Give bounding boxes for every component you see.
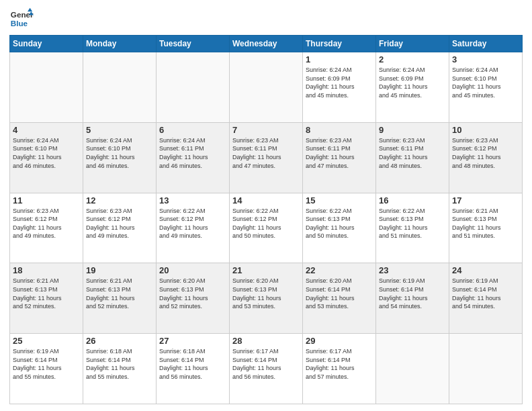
week-row-5: 25Sunrise: 6:19 AM Sunset: 6:14 PM Dayli… — [10, 334, 523, 404]
calendar-cell: 28Sunrise: 6:17 AM Sunset: 6:14 PM Dayli… — [230, 334, 303, 404]
day-info: Sunrise: 6:24 AM Sunset: 6:10 PM Dayligh… — [13, 136, 80, 170]
day-info: Sunrise: 6:21 AM Sunset: 6:13 PM Dayligh… — [452, 207, 519, 240]
day-number: 2 — [379, 54, 446, 64]
day-number: 8 — [306, 125, 373, 135]
day-number: 10 — [452, 125, 519, 135]
page: General Blue SundayMondayTuesdayWednesda… — [0, 0, 532, 411]
day-info: Sunrise: 6:22 AM Sunset: 6:13 PM Dayligh… — [379, 207, 446, 240]
day-info: Sunrise: 6:17 AM Sunset: 6:14 PM Dayligh… — [232, 347, 300, 381]
calendar-cell: 3Sunrise: 6:24 AM Sunset: 6:10 PM Daylig… — [449, 52, 523, 123]
day-number: 19 — [86, 265, 153, 275]
day-number: 6 — [159, 125, 226, 135]
day-number: 20 — [159, 265, 226, 275]
day-number: 18 — [13, 265, 80, 275]
day-number: 11 — [13, 195, 80, 205]
calendar-cell: 24Sunrise: 6:19 AM Sunset: 6:14 PM Dayli… — [449, 263, 523, 334]
calendar-cell: 15Sunrise: 6:22 AM Sunset: 6:13 PM Dayli… — [303, 193, 376, 263]
calendar-cell: 8Sunrise: 6:23 AM Sunset: 6:11 PM Daylig… — [303, 122, 376, 193]
calendar-cell: 1Sunrise: 6:24 AM Sunset: 6:09 PM Daylig… — [303, 52, 376, 123]
weekday-wednesday: Wednesday — [230, 36, 303, 52]
logo-icon: General Blue — [9, 7, 34, 31]
day-number: 24 — [452, 265, 519, 275]
day-info: Sunrise: 6:18 AM Sunset: 6:14 PM Dayligh… — [159, 347, 226, 381]
calendar-cell: 2Sunrise: 6:24 AM Sunset: 6:09 PM Daylig… — [376, 52, 449, 123]
day-info: Sunrise: 6:23 AM Sunset: 6:12 PM Dayligh… — [86, 207, 153, 240]
day-number: 29 — [306, 336, 373, 346]
calendar-cell: 5Sunrise: 6:24 AM Sunset: 6:10 PM Daylig… — [83, 122, 157, 193]
day-info: Sunrise: 6:24 AM Sunset: 6:10 PM Dayligh… — [452, 66, 519, 99]
day-info: Sunrise: 6:19 AM Sunset: 6:14 PM Dayligh… — [379, 277, 446, 310]
calendar-cell — [83, 52, 157, 123]
weekday-friday: Friday — [376, 36, 449, 52]
day-info: Sunrise: 6:23 AM Sunset: 6:11 PM Dayligh… — [306, 136, 373, 170]
week-row-2: 4Sunrise: 6:24 AM Sunset: 6:10 PM Daylig… — [10, 122, 523, 193]
calendar-table: SundayMondayTuesdayWednesdayThursdayFrid… — [9, 35, 523, 404]
day-number: 4 — [13, 125, 80, 135]
calendar-cell — [230, 52, 303, 123]
day-number: 14 — [232, 195, 300, 205]
calendar-cell: 10Sunrise: 6:23 AM Sunset: 6:12 PM Dayli… — [449, 122, 523, 193]
day-number: 9 — [379, 125, 446, 135]
calendar-cell: 7Sunrise: 6:23 AM Sunset: 6:11 PM Daylig… — [230, 122, 303, 193]
calendar-cell: 13Sunrise: 6:22 AM Sunset: 6:12 PM Dayli… — [157, 193, 230, 263]
week-row-4: 18Sunrise: 6:21 AM Sunset: 6:13 PM Dayli… — [10, 263, 523, 334]
day-info: Sunrise: 6:18 AM Sunset: 6:14 PM Dayligh… — [86, 347, 153, 381]
weekday-header-row: SundayMondayTuesdayWednesdayThursdayFrid… — [10, 36, 523, 52]
day-number: 23 — [379, 265, 446, 275]
day-number: 13 — [159, 195, 226, 205]
calendar-cell: 12Sunrise: 6:23 AM Sunset: 6:12 PM Dayli… — [83, 193, 157, 263]
day-number: 3 — [452, 54, 519, 64]
day-number: 17 — [452, 195, 519, 205]
calendar-cell: 27Sunrise: 6:18 AM Sunset: 6:14 PM Dayli… — [157, 334, 230, 404]
day-info: Sunrise: 6:20 AM Sunset: 6:13 PM Dayligh… — [232, 277, 300, 310]
day-number: 12 — [86, 195, 153, 205]
day-number: 21 — [232, 265, 300, 275]
weekday-sunday: Sunday — [10, 36, 83, 52]
day-info: Sunrise: 6:24 AM Sunset: 6:09 PM Dayligh… — [306, 66, 373, 99]
calendar-cell: 16Sunrise: 6:22 AM Sunset: 6:13 PM Dayli… — [376, 193, 449, 263]
day-info: Sunrise: 6:24 AM Sunset: 6:10 PM Dayligh… — [86, 136, 153, 170]
calendar-cell — [157, 52, 230, 123]
calendar-cell: 22Sunrise: 6:20 AM Sunset: 6:14 PM Dayli… — [303, 263, 376, 334]
week-row-3: 11Sunrise: 6:23 AM Sunset: 6:12 PM Dayli… — [10, 193, 523, 263]
svg-text:Blue: Blue — [11, 19, 28, 28]
day-info: Sunrise: 6:23 AM Sunset: 6:12 PM Dayligh… — [452, 136, 519, 170]
calendar-cell: 20Sunrise: 6:20 AM Sunset: 6:13 PM Dayli… — [157, 263, 230, 334]
day-info: Sunrise: 6:20 AM Sunset: 6:14 PM Dayligh… — [306, 277, 373, 310]
calendar-cell: 21Sunrise: 6:20 AM Sunset: 6:13 PM Dayli… — [230, 263, 303, 334]
calendar-cell: 14Sunrise: 6:22 AM Sunset: 6:12 PM Dayli… — [230, 193, 303, 263]
day-info: Sunrise: 6:23 AM Sunset: 6:11 PM Dayligh… — [232, 136, 300, 170]
day-number: 5 — [86, 125, 153, 135]
day-info: Sunrise: 6:21 AM Sunset: 6:13 PM Dayligh… — [13, 277, 80, 310]
day-info: Sunrise: 6:22 AM Sunset: 6:12 PM Dayligh… — [232, 207, 300, 240]
calendar-cell: 26Sunrise: 6:18 AM Sunset: 6:14 PM Dayli… — [83, 334, 157, 404]
day-number: 22 — [306, 265, 373, 275]
calendar-cell — [449, 334, 523, 404]
day-number: 16 — [379, 195, 446, 205]
day-info: Sunrise: 6:23 AM Sunset: 6:12 PM Dayligh… — [13, 207, 80, 240]
logo: General Blue — [9, 7, 34, 31]
day-number: 27 — [159, 336, 226, 346]
day-info: Sunrise: 6:24 AM Sunset: 6:11 PM Dayligh… — [159, 136, 226, 170]
calendar-cell: 29Sunrise: 6:17 AM Sunset: 6:14 PM Dayli… — [303, 334, 376, 404]
calendar-cell: 9Sunrise: 6:23 AM Sunset: 6:11 PM Daylig… — [376, 122, 449, 193]
day-info: Sunrise: 6:23 AM Sunset: 6:11 PM Dayligh… — [379, 136, 446, 170]
calendar-cell: 6Sunrise: 6:24 AM Sunset: 6:11 PM Daylig… — [157, 122, 230, 193]
calendar-cell — [376, 334, 449, 404]
calendar-cell — [10, 52, 83, 123]
day-info: Sunrise: 6:21 AM Sunset: 6:13 PM Dayligh… — [86, 277, 153, 310]
day-info: Sunrise: 6:20 AM Sunset: 6:13 PM Dayligh… — [159, 277, 226, 310]
day-info: Sunrise: 6:22 AM Sunset: 6:12 PM Dayligh… — [159, 207, 226, 240]
weekday-tuesday: Tuesday — [157, 36, 230, 52]
day-info: Sunrise: 6:19 AM Sunset: 6:14 PM Dayligh… — [452, 277, 519, 310]
calendar-cell: 23Sunrise: 6:19 AM Sunset: 6:14 PM Dayli… — [376, 263, 449, 334]
weekday-saturday: Saturday — [449, 36, 523, 52]
weekday-monday: Monday — [83, 36, 157, 52]
day-number: 28 — [232, 336, 300, 346]
day-number: 15 — [306, 195, 373, 205]
day-number: 7 — [232, 125, 300, 135]
day-number: 26 — [86, 336, 153, 346]
calendar-cell: 18Sunrise: 6:21 AM Sunset: 6:13 PM Dayli… — [10, 263, 83, 334]
header: General Blue — [9, 7, 523, 31]
week-row-1: 1Sunrise: 6:24 AM Sunset: 6:09 PM Daylig… — [10, 52, 523, 123]
